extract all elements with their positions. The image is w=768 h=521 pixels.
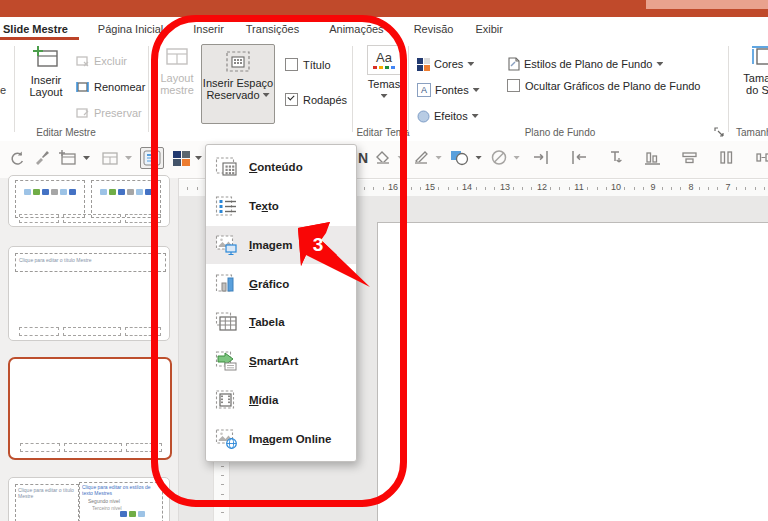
smartart-placeholder-icon <box>214 349 240 373</box>
space-vertical-icon[interactable] <box>715 147 738 168</box>
chevron-down-icon[interactable] <box>125 156 132 160</box>
chevron-down-icon[interactable] <box>83 156 90 160</box>
menu-item-midia[interactable]: Mídia <box>206 381 356 420</box>
shape-style-icon[interactable] <box>448 147 472 168</box>
image-placeholder-icon <box>214 233 240 257</box>
chevron-down-icon[interactable] <box>475 156 482 160</box>
indent-increase-icon[interactable] <box>530 147 553 168</box>
cores-button[interactable]: Cores <box>417 53 474 75</box>
inserir-layout-button[interactable]: Inserir Layout <box>20 45 72 98</box>
chevron-down-icon <box>473 88 480 92</box>
background-styles-icon <box>507 57 520 71</box>
menu-item-smartart[interactable]: SmartArt <box>206 342 356 381</box>
layout-mestre-button: Layout mestre <box>154 45 200 96</box>
checkbox-unchecked-icon <box>507 79 520 92</box>
chevron-down-icon[interactable] <box>513 156 520 160</box>
thumbnail-blank-selected[interactable] <box>8 357 172 460</box>
rodapes-checkbox[interactable]: Rodapés <box>285 93 347 106</box>
tab-pagina-inicial[interactable]: Página Inicial <box>87 19 174 40</box>
table-placeholder-icon <box>214 310 240 334</box>
line-color-icon[interactable] <box>410 148 432 168</box>
group-divider <box>408 46 409 132</box>
efeitos-button[interactable]: Efeitos <box>417 105 479 127</box>
undo-redo-icon[interactable] <box>6 147 28 169</box>
center-horizontal-icon[interactable] <box>678 147 701 168</box>
tamanho-slide-button[interactable]: Tamanho do Slide <box>736 45 768 96</box>
inserir-espaco-reservado-button[interactable]: Inserir Espaço Reservado <box>201 44 275 124</box>
preservar-button: Preservar <box>76 102 142 124</box>
chevron-down-icon[interactable] <box>397 156 404 160</box>
format-painter-icon[interactable] <box>31 147 53 169</box>
fill-color-icon[interactable] <box>372 148 394 168</box>
transparency-icon[interactable] <box>488 147 510 168</box>
new-slide-icon[interactable] <box>56 147 80 169</box>
dialog-launcher-icon[interactable] <box>714 127 724 137</box>
thumbnail-title-layout[interactable]: Clique para editar o título Mestre <box>8 246 170 341</box>
clipped-button-text: e <box>0 84 6 96</box>
title-bar <box>0 0 768 17</box>
slide-size-icon <box>751 45 768 69</box>
chevron-down-icon[interactable] <box>435 156 442 160</box>
checkbox-checked-icon <box>285 93 298 106</box>
titulo-checkbox[interactable]: Título <box>285 58 331 71</box>
menu-item-grafico[interactable]: Gráfico <box>206 264 356 303</box>
tab-inserir[interactable]: Inserir <box>182 19 235 40</box>
theme-fonts-icon: A <box>417 83 431 97</box>
ribbon-tab-bar: Slide Mestre Página Inicial Inserir Tran… <box>0 17 768 42</box>
chart-placeholder-icon <box>214 272 240 296</box>
themes-aa-icon: Aa <box>367 45 401 75</box>
estilos-plano-fundo-button[interactable]: Estilos de Plano de Fundo <box>507 53 663 75</box>
group-divider <box>148 46 149 132</box>
rename-icon <box>76 81 90 93</box>
layout-icon[interactable] <box>98 147 122 169</box>
renomear-button[interactable]: Renomear <box>76 76 145 98</box>
slide-canvas[interactable] <box>377 222 768 521</box>
menu-item-tabela[interactable]: Tabela <box>206 303 356 342</box>
checkbox-unchecked-icon <box>285 58 298 71</box>
excluir-button: Excluir <box>76 50 127 72</box>
menu-item-texto[interactable]: Texto <box>206 187 356 226</box>
group-divider <box>352 46 353 132</box>
tab-transicoes[interactable]: Transições <box>235 19 310 40</box>
tab-revisao[interactable]: Revisão <box>403 19 465 40</box>
fontes-button[interactable]: A Fontes <box>417 79 480 101</box>
text-placeholder-icon <box>214 194 240 218</box>
quick-toolbar: N <box>0 141 768 179</box>
tab-exibir[interactable]: Exibir <box>464 19 514 40</box>
ocultar-graficos-checkbox[interactable]: Ocultar Gráficos de Plano de Fundo <box>507 79 700 92</box>
insert-layout-icon <box>31 45 61 71</box>
thumbnail-layout-content[interactable] <box>8 175 170 227</box>
group-divider <box>728 46 729 132</box>
insert-placeholder-menu: Conteúdo Texto Imagem Gráfico Tabela <box>205 144 357 462</box>
content-placeholder-icon <box>214 155 240 179</box>
group-label-tamanho: Tamanho <box>736 127 768 138</box>
chevron-down-icon <box>381 94 388 98</box>
chevron-down-icon <box>472 114 479 118</box>
align-bottom-icon[interactable] <box>641 147 664 168</box>
temas-button[interactable]: Aa Temas <box>362 45 406 98</box>
chevron-down-icon <box>656 62 663 66</box>
theme-swatch-icon[interactable] <box>171 149 192 168</box>
view-mode-icon[interactable] <box>140 147 164 169</box>
text-direction-icon[interactable] <box>604 147 627 168</box>
theme-effects-icon <box>417 110 430 123</box>
preserve-pin-icon <box>76 107 90 119</box>
group-divider <box>14 46 15 132</box>
group-label-editar-mestre: Editar Mestre <box>6 127 126 138</box>
thumbnail-two-content[interactable]: Clique para editar o título Mestre Cliqu… <box>8 477 170 521</box>
space-horizontal-icon[interactable] <box>752 147 768 168</box>
powerpoint-window: Slide Mestre Página Inicial Inserir Tran… <box>0 0 768 521</box>
titlebar-notch <box>646 0 768 9</box>
chevron-down-icon[interactable] <box>195 156 202 160</box>
menu-item-imagem-online[interactable]: Imagem Online <box>206 419 356 458</box>
group-label-editar-tema: Editar Tema <box>350 127 416 138</box>
tab-animacoes[interactable]: Animações <box>318 19 394 40</box>
menu-item-imagem[interactable]: Imagem <box>206 226 356 265</box>
menu-item-conteudo[interactable]: Conteúdo <box>206 148 356 187</box>
tab-slide-mestre[interactable]: Slide Mestre <box>0 19 79 40</box>
master-layout-icon <box>163 45 191 69</box>
group-label-plano-de-fundo: Plano de Fundo <box>430 127 690 138</box>
slide-thumbnail-panel: Clique para editar o título Mestre Cliqu… <box>0 178 179 521</box>
theme-colors-icon <box>417 58 430 71</box>
indent-decrease-icon[interactable] <box>567 147 590 168</box>
